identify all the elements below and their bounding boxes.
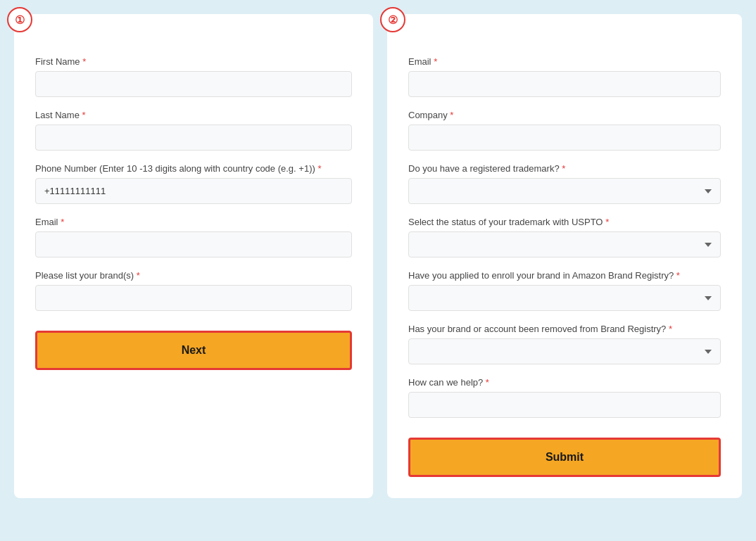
last-name-input[interactable] [35, 125, 352, 151]
registered-trademark-group: Do you have a registered trademark? * Ye… [408, 163, 721, 204]
step1-panel: ① First Name * Last Name * Phone Number … [14, 14, 373, 498]
how-can-we-help-label: How can we help? * [408, 377, 721, 388]
company-label: Company * [408, 110, 721, 120]
registered-trademark-select[interactable]: Yes No [408, 178, 721, 204]
email-label-step2: Email * [408, 56, 721, 67]
company-group: Company * [408, 110, 721, 151]
email-group-step1: Email * [35, 217, 352, 257]
page-container: ① First Name * Last Name * Phone Number … [14, 14, 742, 498]
trademark-status-group: Select the status of your trademark with… [408, 217, 721, 257]
phone-number-group: Phone Number (Enter 10 -13 digits along … [35, 163, 352, 204]
amazon-brand-registry-label: Have you applied to enroll your brand in… [408, 270, 721, 281]
phone-number-label: Phone Number (Enter 10 -13 digits along … [35, 163, 352, 174]
step1-indicator: ① [7, 7, 32, 32]
step2-panel: ② Email * Company * Do you have a regist… [387, 14, 742, 498]
trademark-status-select[interactable]: Registered Pending Not Applied [408, 231, 721, 257]
last-name-label: Last Name * [35, 110, 352, 120]
removed-from-registry-group: Has your brand or account been removed f… [408, 324, 721, 364]
email-label-step1: Email * [35, 217, 352, 227]
how-can-we-help-input[interactable] [408, 392, 721, 418]
amazon-brand-registry-group: Have you applied to enroll your brand in… [408, 270, 721, 311]
how-can-we-help-group: How can we help? * [408, 377, 721, 418]
brands-label: Please list your brand(s) * [35, 270, 352, 281]
email-input-step2[interactable] [408, 71, 721, 97]
phone-number-input[interactable] [35, 178, 352, 204]
step2-indicator: ② [380, 7, 405, 32]
email-input-step1[interactable] [35, 231, 352, 257]
amazon-brand-registry-select[interactable]: Yes No [408, 285, 721, 311]
removed-from-registry-label: Has your brand or account been removed f… [408, 324, 721, 334]
first-name-label: First Name * [35, 56, 352, 67]
next-button[interactable]: Next [35, 331, 352, 370]
trademark-status-label: Select the status of your trademark with… [408, 217, 721, 227]
registered-trademark-label: Do you have a registered trademark? * [408, 163, 721, 174]
first-name-input[interactable] [35, 71, 352, 97]
company-input[interactable] [408, 125, 721, 151]
email-group-step2: Email * [408, 56, 721, 97]
first-name-group: First Name * [35, 56, 352, 97]
brands-group: Please list your brand(s) * [35, 270, 352, 311]
removed-from-registry-select[interactable]: Yes No [408, 338, 721, 364]
submit-button[interactable]: Submit [408, 438, 721, 477]
brands-input[interactable] [35, 285, 352, 311]
last-name-group: Last Name * [35, 110, 352, 151]
